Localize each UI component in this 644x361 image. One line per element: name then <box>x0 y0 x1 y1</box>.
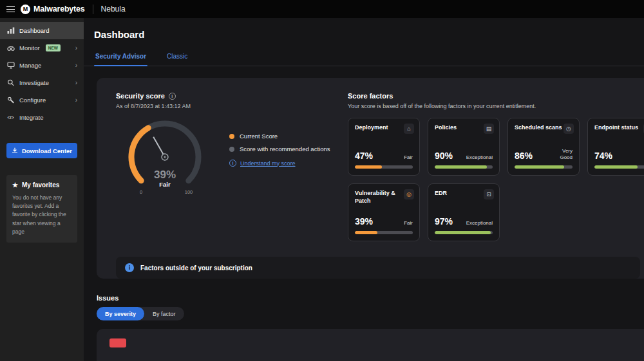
main-content: Dashboard Security Advisor Classic Secur… <box>84 18 644 361</box>
sidebar-item-dashboard[interactable]: Dashboard <box>0 22 84 39</box>
factor-card-policies[interactable]: Policies ▤ 90% Exceptional <box>428 118 500 176</box>
understand-my-score-link[interactable]: i Understand my score <box>229 160 330 167</box>
favorites-title: My favorites <box>22 181 59 189</box>
info-icon[interactable]: i <box>169 93 176 100</box>
factor-progress-bar <box>435 231 493 234</box>
tab-bar: Security Advisor Classic <box>84 48 644 66</box>
toggle-by-severity[interactable]: By severity <box>97 307 144 320</box>
star-icon: ★ <box>12 181 18 189</box>
info-icon: i <box>125 263 134 272</box>
factor-value: 90% <box>435 151 453 161</box>
factor-rating: Fair <box>404 220 413 227</box>
legend-recommended-score: Score with recommended actions <box>229 145 330 153</box>
current-score-dot-icon <box>229 134 234 139</box>
factor-progress-bar <box>355 165 413 169</box>
download-center-button[interactable]: Download Center <box>6 143 77 158</box>
factor-rating: Exceptional <box>466 154 493 161</box>
factor-card-edr[interactable]: EDR ⊡ 97% Exceptional <box>428 183 500 241</box>
factor-card-endpoint-status[interactable]: Endpoint status ▣ 74% <box>587 118 644 176</box>
score-timestamp: As of 8/7/2023 at 1:43:12 AM <box>116 103 348 109</box>
hamburger-menu-icon[interactable] <box>6 6 15 12</box>
issues-card <box>97 329 644 361</box>
security-score-title: Security score <box>116 92 165 100</box>
security-score-panel: Security score i As of 8/7/2023 at 1:43:… <box>116 92 348 241</box>
factor-progress-bar <box>515 165 573 169</box>
recommended-score-dot-icon <box>229 147 234 152</box>
integrate-icon: </> <box>6 115 15 120</box>
new-badge: NEW <box>46 44 61 51</box>
configure-icon <box>6 97 15 104</box>
download-icon <box>12 147 18 154</box>
factor-grid: Deployment ⌂ 47% Fair Policies ▤ <box>348 118 644 241</box>
favorites-empty-text: You do not have any favorites yet. Add a… <box>12 194 71 236</box>
score-factors-panel: Score factors Your score is based off of… <box>348 92 644 241</box>
factor-progress-bar <box>594 165 644 169</box>
vulnerability-patch-icon: ◎ <box>404 189 414 199</box>
sidebar-item-monitor[interactable]: Monitor NEW › <box>0 39 84 57</box>
policies-icon: ▤ <box>484 124 494 134</box>
topbar-divider <box>93 5 93 14</box>
brand-name: Malwarebytes <box>33 5 85 14</box>
factor-value: 97% <box>435 216 453 227</box>
scheduled-scans-icon: ◷ <box>564 124 574 134</box>
malwarebytes-logo-icon: M <box>21 5 30 14</box>
top-bar: M Malwarebytes Nebula <box>0 0 644 18</box>
tab-classic[interactable]: Classic <box>166 48 189 66</box>
factor-card-vulnerability-patch[interactable]: Vulnerability & Patch ◎ 39% Fair <box>348 183 420 241</box>
my-favorites-panel: ★ My favorites You do not have any favor… <box>6 175 77 243</box>
tab-security-advisor[interactable]: Security Advisor <box>94 48 147 66</box>
info-icon: i <box>229 160 236 167</box>
sidebar-item-manage[interactable]: Manage › <box>0 57 84 74</box>
factor-rating: Very Good <box>560 148 573 161</box>
sidebar-item-configure[interactable]: Configure › <box>0 91 84 109</box>
security-advisor-card: Security score i As of 8/7/2023 at 1:43:… <box>97 78 644 279</box>
security-score-gauge: 39% Fair 0 100 <box>116 116 214 202</box>
gauge-min-label: 0 <box>140 189 142 195</box>
dashboard-icon <box>6 27 15 34</box>
chevron-right-icon: › <box>75 80 77 86</box>
gauge-rating: Fair <box>159 181 171 188</box>
deployment-icon: ⌂ <box>404 124 414 134</box>
factor-value: 39% <box>355 216 373 227</box>
sidebar-item-label: Configure <box>19 97 46 104</box>
sidebar-item-label: Manage <box>19 62 41 69</box>
edr-icon: ⊡ <box>484 189 494 199</box>
product-name: Nebula <box>101 5 126 14</box>
score-factors-title: Score factors <box>348 92 644 100</box>
gauge-value: 39% <box>154 169 176 181</box>
sidebar-item-label: Investigate <box>19 79 49 86</box>
factor-progress-bar <box>355 231 413 234</box>
investigate-icon <box>6 79 15 86</box>
sidebar-item-investigate[interactable]: Investigate › <box>0 74 84 91</box>
manage-icon <box>6 62 15 69</box>
outside-subscription-label: Factors outside of your subscription <box>140 264 252 272</box>
factor-card-deployment[interactable]: Deployment ⌂ 47% Fair <box>348 118 420 176</box>
download-center-label: Download Center <box>22 147 72 154</box>
factor-card-scheduled-scans[interactable]: Scheduled scans ◷ 86% Very Good <box>507 118 580 176</box>
gauge-legend: Current Score Score with recommended act… <box>229 133 330 202</box>
toggle-by-factor[interactable]: By factor <box>144 307 184 320</box>
sidebar-item-label: Dashboard <box>19 27 49 34</box>
chevron-right-icon: › <box>75 62 77 69</box>
sidebar-item-integrate[interactable]: </> Integrate <box>0 109 84 126</box>
score-factors-subtitle: Your score is based off of the following… <box>348 103 644 109</box>
chevron-right-icon: › <box>75 45 77 51</box>
factor-rating: Fair <box>404 154 413 161</box>
legend-current-score: Current Score <box>229 133 330 140</box>
sidebar-item-label: Monitor <box>19 44 40 51</box>
sidebar: Dashboard Monitor NEW › Manage › Investi… <box>0 18 84 361</box>
chevron-right-icon: › <box>75 97 77 104</box>
monitor-icon <box>6 44 15 51</box>
gauge-max-label: 100 <box>185 189 193 195</box>
factor-value: 86% <box>515 151 533 161</box>
factor-value: 74% <box>594 151 612 161</box>
issues-toggle-group: By severity By factor <box>97 307 184 320</box>
page-title: Dashboard <box>94 29 644 40</box>
factor-value: 47% <box>355 151 373 161</box>
factors-outside-subscription-row[interactable]: i Factors outside of your subscription <box>116 257 640 279</box>
factor-rating: Exceptional <box>466 220 493 227</box>
severity-badge <box>109 338 126 347</box>
issues-title: Issues <box>97 294 644 302</box>
factor-progress-bar <box>435 165 493 169</box>
sidebar-item-label: Integrate <box>19 114 44 121</box>
